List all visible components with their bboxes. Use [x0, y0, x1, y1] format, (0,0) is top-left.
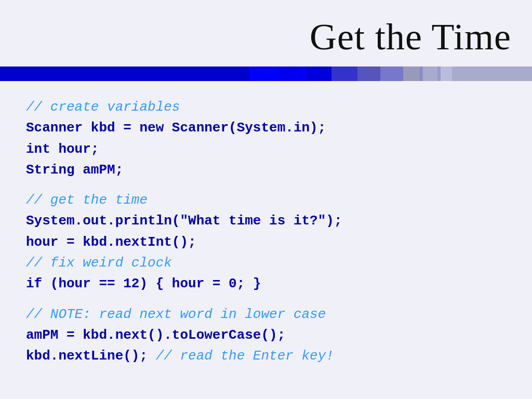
- code-line-3: String amPM;: [26, 159, 506, 180]
- bar-solid-section: [0, 66, 244, 81]
- bar-block-2: [305, 66, 328, 81]
- code-area: // create variablesScanner kbd = new Sca…: [0, 81, 532, 382]
- code-line-7: hour = kbd.nextInt();: [26, 232, 506, 252]
- code-line-11: // NOTE: read next word in lower case: [26, 304, 506, 325]
- bar-block-6: [403, 66, 420, 81]
- code-part: kbd.nextLine();: [26, 348, 156, 364]
- bar-block-1: [280, 66, 302, 81]
- code-line-2: int hour;: [26, 139, 506, 159]
- divider-bar: [0, 66, 532, 81]
- code-line-9: if (hour == 12) { hour = 0; }: [26, 273, 506, 294]
- code-line-0: // create variables: [26, 97, 506, 117]
- bar-block-3: [331, 66, 354, 81]
- title-area: Get the Time: [0, 0, 532, 66]
- bar-blocks-section: [249, 66, 452, 81]
- comment-part: // read the Enter key!: [156, 348, 334, 364]
- code-line-12: amPM = kbd.next().toLowerCase();: [26, 325, 506, 345]
- bar-block-5: [380, 66, 400, 81]
- bar-block-8: [441, 66, 452, 81]
- bar-block-0: [249, 66, 276, 81]
- code-line-6: System.out.println("What time is it?");: [26, 210, 506, 231]
- code-line-1: Scanner kbd = new Scanner(System.in);: [26, 117, 506, 138]
- code-line-13: kbd.nextLine(); // read the Enter key!: [26, 345, 506, 366]
- bar-block-7: [423, 66, 437, 81]
- code-line-5: // get the time: [26, 190, 506, 210]
- bar-block-4: [357, 66, 377, 81]
- code-line-4: [26, 180, 506, 190]
- code-line-8: // fix weird clock: [26, 252, 506, 273]
- code-line-10: [26, 295, 506, 304]
- slide: Get the Time // create variablesScanner …: [0, 0, 532, 399]
- slide-title: Get the Time: [21, 16, 511, 59]
